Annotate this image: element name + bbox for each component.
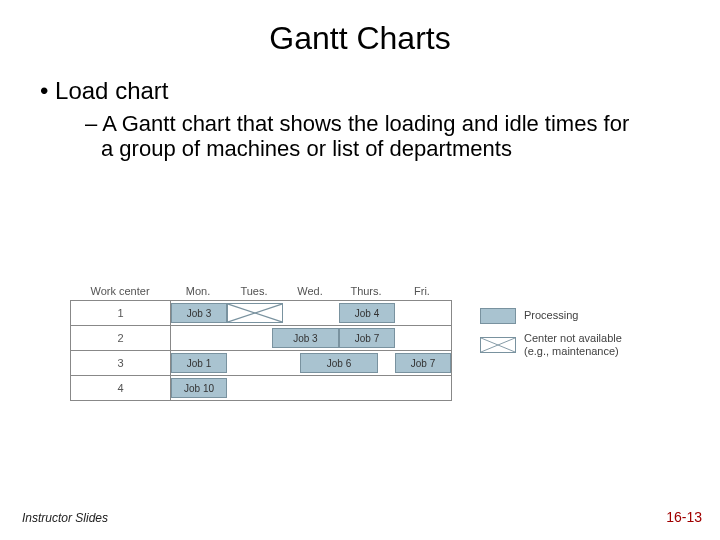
legend-processing: Processing (480, 308, 622, 324)
col-header-day: Wed. (282, 282, 338, 300)
gantt-bar: Job 7 (339, 328, 395, 348)
legend-unavail-line1: Center not available (524, 332, 622, 345)
gantt-track: Job 10 (171, 376, 451, 400)
table-row: 4Job 10 (71, 375, 451, 400)
gantt-track: Job 1Job 6Job 7 (171, 351, 451, 375)
chart-legend: Processing Center not available (e.g., m… (480, 308, 622, 366)
legend-unavailable-label: Center not available (e.g., maintenance) (524, 332, 622, 358)
workcenter-label: 1 (71, 301, 171, 325)
chart-grid: 1Job 3Job 42Job 3Job 73Job 1Job 6Job 74J… (70, 300, 452, 401)
gantt-bar: Job 1 (171, 353, 227, 373)
col-header-day: Thurs. (338, 282, 394, 300)
legend-unavailable: Center not available (e.g., maintenance) (480, 332, 622, 358)
legend-processing-label: Processing (524, 309, 578, 322)
gantt-bar: Job 3 (171, 303, 227, 323)
gantt-track: Job 3Job 4 (171, 301, 451, 325)
legend-unavail-line2: (e.g., maintenance) (524, 345, 622, 358)
footer-instructor-slides: Instructor Slides (22, 511, 108, 525)
col-header-day: Mon. (170, 282, 226, 300)
table-row: 3Job 1Job 6Job 7 (71, 350, 451, 375)
workcenter-label: 2 (71, 326, 171, 350)
gantt-unavailable (227, 303, 283, 323)
col-header-day: Fri. (394, 282, 450, 300)
gantt-bar: Job 7 (395, 353, 451, 373)
workcenter-label: 3 (71, 351, 171, 375)
gantt-bar: Job 6 (300, 353, 378, 373)
workcenter-label: 4 (71, 376, 171, 400)
load-chart: Work center Mon.Tues.Wed.Thurs.Fri. 1Job… (70, 282, 452, 401)
gantt-bar: Job 10 (171, 378, 227, 398)
chart-header-row: Work center Mon.Tues.Wed.Thurs.Fri. (70, 282, 452, 300)
table-row: 2Job 3Job 7 (71, 325, 451, 350)
col-header-workcenter: Work center (70, 282, 170, 300)
table-row: 1Job 3Job 4 (71, 301, 451, 325)
footer-slide-number: 16-13 (666, 509, 702, 525)
gantt-bar: Job 4 (339, 303, 395, 323)
swatch-processing-icon (480, 308, 516, 324)
page-title: Gantt Charts (0, 0, 720, 67)
gantt-track: Job 3Job 7 (171, 326, 451, 350)
swatch-unavailable-icon (480, 337, 516, 353)
bullet-level-1: Load chart (18, 77, 720, 105)
bullet-level-2: A Gantt chart that shows the loading and… (16, 111, 720, 162)
gantt-bar: Job 3 (272, 328, 339, 348)
col-header-day: Tues. (226, 282, 282, 300)
